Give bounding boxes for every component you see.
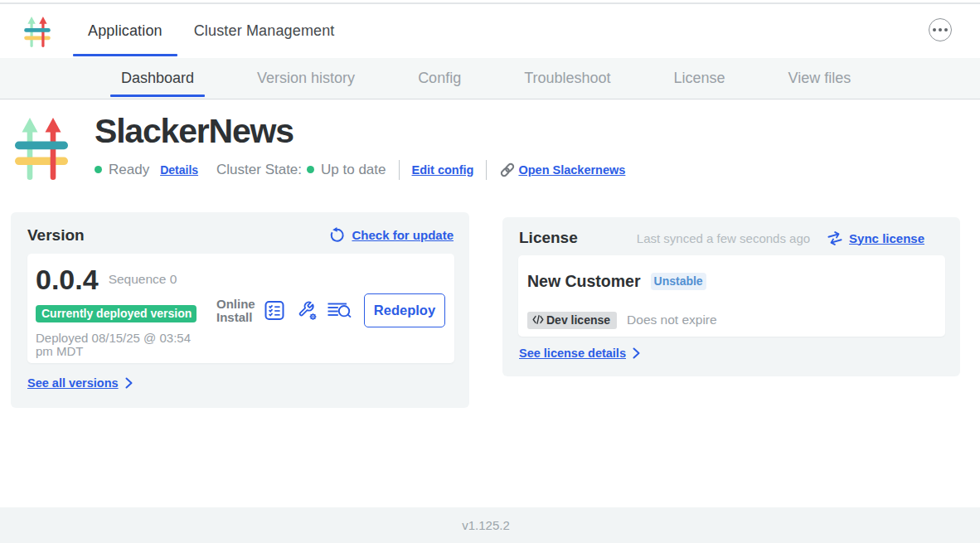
customer-name: New Customer (527, 272, 641, 291)
current-version-panel: 0.0.4 Sequence 0 Currently deployed vers… (27, 254, 454, 363)
app-status-dot (95, 166, 102, 173)
version-card-title: Version (27, 226, 85, 245)
code-icon (532, 315, 544, 324)
view-logs-icon[interactable] (327, 300, 352, 321)
subnav-tab-config[interactable]: Config (407, 58, 472, 99)
deployed-badge: Currently deployed version (36, 305, 196, 322)
license-card-title: License (519, 229, 578, 247)
page: Application Cluster Management Dashboard… (0, 0, 980, 543)
slackernews-app-logo (15, 118, 68, 180)
console-version: v1.125.2 (462, 518, 510, 532)
see-all-versions-link[interactable]: See all versions (27, 376, 119, 390)
cluster-state-value: Up to date (321, 162, 386, 178)
nav-tab-label: Cluster Management (194, 22, 335, 40)
see-license-details-link[interactable]: See license details (519, 347, 626, 360)
subnav-tab-dashboard[interactable]: Dashboard (110, 58, 205, 99)
version-card-header: Version Check for update (11, 212, 469, 245)
more-menu-button[interactable] (929, 18, 952, 41)
license-card: License Last synced a few seconds ago (502, 217, 960, 376)
edit-config-icon[interactable] (298, 300, 318, 321)
nav-tab-label: Application (88, 22, 163, 40)
main-nav-tabs: Application Cluster Management (73, 4, 350, 59)
chevron-right-icon (125, 377, 133, 389)
refresh-icon (329, 227, 345, 243)
subnav-tab-version-history[interactable]: Version history (246, 58, 366, 99)
divider (486, 160, 487, 180)
slackernews-logo-icon (24, 17, 51, 47)
edit-config-link[interactable]: Edit config (412, 163, 474, 177)
license-card-header: License Last synced a few seconds ago (502, 217, 960, 250)
cluster-state-dot (307, 166, 314, 173)
ellipsis-icon (933, 28, 936, 32)
app-status-row: Ready Details Cluster State: Up to date … (95, 161, 625, 179)
redeploy-button[interactable]: Redeploy (364, 293, 445, 327)
install-type-label: Online Install (216, 298, 255, 323)
deployed-timestamp: Deployed 08/15/25 @ 03:54 pm MDT (36, 332, 201, 357)
chevron-right-icon (633, 347, 640, 359)
subnav-tab-view-files[interactable]: View files (778, 58, 862, 99)
version-card: Version Check for update 0.0.4 Seque (11, 212, 469, 408)
cluster-state-label: Cluster State: (216, 162, 302, 178)
check-for-update-link[interactable]: Check for update (352, 228, 454, 242)
app-status-label: Ready (109, 162, 149, 178)
subnav-tab-troubleshoot[interactable]: Troubleshoot (513, 58, 621, 99)
sync-license-link[interactable]: Sync license (849, 231, 924, 245)
preflight-checks-icon[interactable] (264, 300, 284, 321)
sync-icon (827, 231, 842, 245)
nav-tab-application[interactable]: Application (73, 4, 177, 59)
nav-tab-cluster-management[interactable]: Cluster Management (179, 4, 350, 59)
open-app: Open Slackernews (499, 162, 625, 178)
divider (399, 160, 400, 180)
channel-badge: Unstable (651, 273, 706, 290)
license-expiry: Does not expire (627, 313, 717, 327)
link-icon (499, 162, 516, 178)
app-subnav: Dashboard Version history Config Trouble… (0, 58, 980, 99)
footer: v1.125.2 (0, 507, 980, 543)
license-type-badge: Dev license (527, 312, 617, 329)
details-link[interactable]: Details (160, 163, 198, 177)
open-slackernews-link[interactable]: Open Slackernews (518, 163, 625, 177)
version-sequence: Sequence 0 (109, 272, 177, 287)
version-number: 0.0.4 (36, 264, 99, 296)
subnav-tab-license[interactable]: License (663, 58, 736, 99)
main-content: SlackerNews Ready Details Cluster State:… (0, 100, 980, 507)
page-title: SlackerNews (95, 112, 294, 151)
last-synced-label: Last synced a few seconds ago (637, 231, 810, 245)
main-navbar: Application Cluster Management (0, 4, 980, 59)
license-details-panel: New Customer Unstable (518, 255, 945, 337)
